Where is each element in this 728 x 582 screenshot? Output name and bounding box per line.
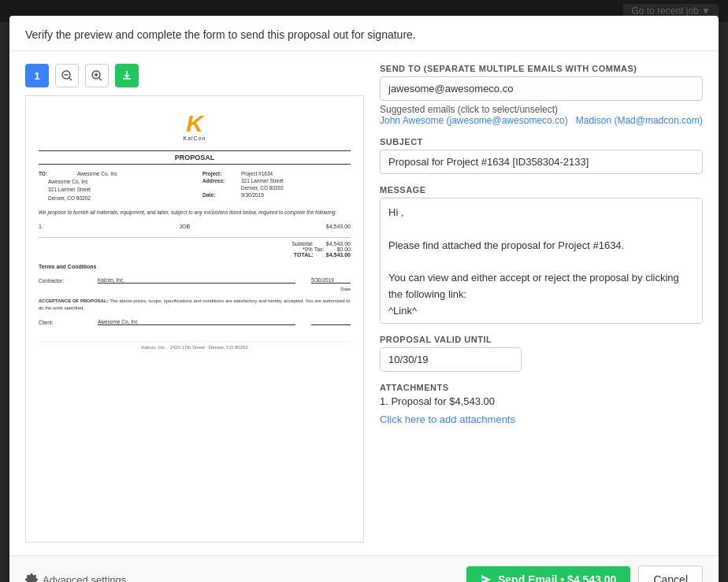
suggested-email-2[interactable]: Madison (Mad@madcon.com) <box>576 115 703 126</box>
send-email-label: Send Email • $4,543.00 <box>498 573 616 582</box>
modal: Verify the preview and complete the form… <box>9 16 719 582</box>
proposal-description: We propose to furnish all materials, equ… <box>39 209 351 216</box>
date-value: 9/30/2019 <box>241 192 264 198</box>
form-panel: SEND TO (separate multiple emails with c… <box>380 64 703 543</box>
total-label: TOTAL: <box>294 252 314 258</box>
proposal-footer: Kalcon, Inc. · 2420 17th Street · Denver… <box>39 341 351 350</box>
item-price: $4,543.00 <box>326 224 351 229</box>
preview-panel: 1 <box>25 64 364 543</box>
attachment-item-1: 1. Proposal for $4,543.00 <box>380 395 703 407</box>
contractor-date: 5/30/2019 <box>311 277 351 284</box>
valid-until-group: PROPOSAL VALID UNTIL 📅 <box>380 335 703 372</box>
logo-text: KalCon <box>184 135 206 141</box>
item-number: 1. <box>39 224 43 229</box>
client-label: Client: <box>39 320 82 325</box>
download-icon <box>121 70 132 81</box>
to-address-2: 321 Larimer Street <box>48 186 187 194</box>
line-item-1: 1. JOB $4,543.00 <box>39 222 351 231</box>
modal-header: Verify the preview and complete the form… <box>9 16 719 51</box>
proposal-info-section: Project: Project #1634 Address: 321 Lari… <box>202 171 351 202</box>
date-line-label: Date <box>340 287 351 291</box>
proposal-items: 1. JOB $4,543.00 <box>39 222 351 231</box>
item-name: JOB <box>180 224 191 229</box>
message-textarea[interactable]: Hi , Please find attached the proposal f… <box>380 198 703 324</box>
attachments-label: ATTACHMENTS <box>380 383 703 392</box>
advanced-settings-button[interactable]: Advanced settings <box>25 573 126 582</box>
advanced-settings-label: Advanced settings <box>43 574 126 583</box>
subtotal-value: $4,543.00 <box>326 241 351 247</box>
acceptance-title: ACCEPTANCE OF PROPOSAL: <box>39 298 109 303</box>
footer-right: Send Email • $4,543.00 Cancel <box>466 565 703 582</box>
proposal-title: PROPOSAL <box>39 150 351 165</box>
proposal-header-row: TO: Awesome Co, Inc Awesome Co, Inc 321 … <box>39 171 351 202</box>
suggested-label: Suggested emails (click to select/unsele… <box>380 104 558 115</box>
cancel-button[interactable]: Cancel <box>638 565 703 582</box>
send-to-label: SEND TO (separate multiple emails with c… <box>380 64 703 73</box>
to-name: Awesome Co, Inc <box>77 171 117 176</box>
to-address-3: Denver, CO 80202 <box>48 195 187 202</box>
valid-until-label: PROPOSAL VALID UNTIL <box>380 335 703 344</box>
tax-label: *0% Tax: <box>303 247 325 252</box>
address-label: Address: <box>202 178 238 183</box>
project-value: Project #1634 <box>241 171 273 176</box>
send-email-button[interactable]: Send Email • $4,543.00 <box>466 566 630 582</box>
terms-section: Terms and Conditions <box>39 264 351 269</box>
modal-header-text: Verify the preview and complete the form… <box>25 28 703 41</box>
proposal-logo: K KalCon <box>39 112 351 141</box>
gear-icon <box>25 573 38 582</box>
modal-footer: Advanced settings Send Email • $4,543.00… <box>9 555 719 582</box>
subtotal-label: Subtotal: <box>292 241 314 247</box>
zoom-out-icon <box>61 70 72 81</box>
client-signature: Client: Awesome Co, Inc <box>39 319 351 325</box>
zoom-in-icon <box>91 70 102 81</box>
tax-value: $0.00 <box>336 247 351 252</box>
subject-label: SUBJECT <box>380 137 703 146</box>
to-label: TO: <box>39 171 74 176</box>
contractor-name-line: Kalcon, Inc. <box>98 277 295 284</box>
preview-toolbar: 1 <box>25 64 364 87</box>
modal-body: 1 <box>9 51 719 555</box>
client-date <box>311 324 351 325</box>
suggested-email-1[interactable]: John Awesome (jawesome@awesomeco.co) <box>380 115 568 126</box>
proposal-preview-frame: K KalCon PROPOSAL TO: Awesome Co, Inc <box>25 95 364 543</box>
add-attachment-link[interactable]: Click here to add attachments <box>380 413 703 425</box>
total-value: $4,543.00 <box>326 252 351 258</box>
date-label: Date: <box>202 192 238 198</box>
contractor-label: Contractor: <box>39 278 82 284</box>
subtotals-section: Subtotal: $4,543.00 *0% Tax: $0.00 TOTAL… <box>39 237 351 258</box>
address-value: 321 Larimer Street <box>241 178 284 183</box>
zoom-out-button[interactable] <box>55 64 79 87</box>
subject-input[interactable] <box>380 150 703 174</box>
page-number-badge: 1 <box>25 64 49 87</box>
attachments-group: ATTACHMENTS 1. Proposal for $4,543.00 Cl… <box>380 383 703 425</box>
logo-k: K <box>186 112 203 135</box>
svg-line-2 <box>69 78 72 80</box>
address-city: Denver, CO 80202 <box>241 185 284 191</box>
project-label: Project: <box>202 171 238 176</box>
send-to-group: SEND TO (separate multiple emails with c… <box>380 64 703 126</box>
send-to-input[interactable] <box>380 76 703 101</box>
svg-line-6 <box>99 78 102 80</box>
modal-overlay: Verify the preview and complete the form… <box>0 0 728 582</box>
client-name-line: Awesome Co, Inc <box>98 319 295 325</box>
acceptance-section: ACCEPTANCE OF PROPOSAL: The above prices… <box>39 298 351 311</box>
contractor-signature: Contractor: Kalcon, Inc. 5/30/2019 Date <box>39 277 351 291</box>
suggested-emails-section: Suggested emails (click to select/unsele… <box>380 104 703 126</box>
to-address-1: Awesome Co, Inc <box>48 178 187 186</box>
proposal-document: K KalCon PROPOSAL TO: Awesome Co, Inc <box>39 112 351 350</box>
date-input-wrapper: 📅 <box>380 347 522 372</box>
terms-title: Terms and Conditions <box>39 264 351 269</box>
download-button[interactable] <box>115 64 139 87</box>
send-icon <box>481 574 492 582</box>
message-label: MESSAGE <box>380 185 703 195</box>
zoom-in-button[interactable] <box>85 64 109 87</box>
subject-group: SUBJECT <box>380 137 703 174</box>
proposal-to-section: TO: Awesome Co, Inc Awesome Co, Inc 321 … <box>39 171 187 202</box>
message-group: MESSAGE Hi , Please find attached the pr… <box>380 185 703 324</box>
valid-until-input[interactable] <box>381 348 522 371</box>
